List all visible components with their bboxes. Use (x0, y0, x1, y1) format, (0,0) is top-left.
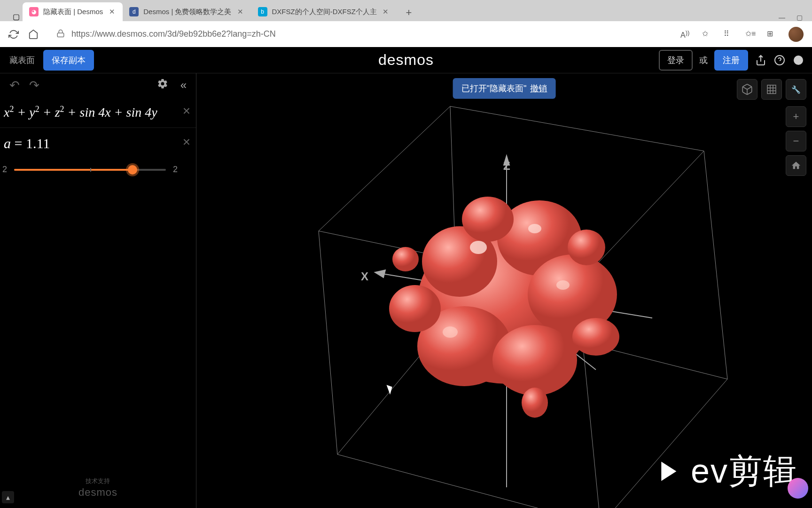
grid-view-icon[interactable] (761, 79, 782, 100)
minimize-icon[interactable]: — (779, 14, 785, 21)
svg-rect-3 (767, 85, 776, 94)
wrench-icon[interactable]: 🔧 (786, 79, 806, 100)
tab-3[interactable]: b DXFSZ的个人空间-DXFSZ个人主 ✕ (251, 2, 397, 21)
svg-point-29 (470, 241, 487, 254)
toast-message: 已打开"隐藏表面" (461, 83, 527, 94)
svg-marker-15 (375, 270, 385, 278)
close-icon[interactable]: ✕ (236, 8, 245, 16)
desmos-header: 藏表面 保存副本 desmos 登录 或 注册 (0, 47, 812, 73)
cursor-sprite-icon (388, 384, 402, 398)
ai-badge-icon[interactable] (788, 478, 808, 499)
svg-line-10 (704, 151, 727, 379)
slider-max[interactable]: 2 (172, 165, 179, 175)
close-icon[interactable]: ✕ (382, 8, 390, 16)
profile-avatar[interactable] (789, 27, 804, 42)
new-tab-button[interactable]: + (400, 4, 417, 21)
redo-icon[interactable]: ↷ (29, 78, 39, 93)
tab-title: 隐藏表面 | Desmos (43, 8, 103, 16)
svg-point-26 (568, 230, 605, 265)
toast-undo-link[interactable]: 撤销 (530, 83, 547, 94)
close-icon[interactable]: ✕ (108, 8, 116, 16)
favorites-bar-icon[interactable]: ✩≡ (745, 29, 756, 40)
svg-point-28 (572, 318, 619, 356)
view-controls: 🔧 (737, 79, 806, 100)
watermark: ev剪辑 (650, 449, 798, 494)
favicon-desmos-icon: ◕ (29, 7, 39, 16)
collections-icon[interactable]: ⊞ (767, 29, 777, 40)
window-controls: — ▢ (779, 14, 812, 21)
svg-point-31 (443, 326, 458, 338)
favicon-desmos-icon: d (129, 7, 139, 16)
toast-notification: 已打开"隐藏表面" 撤销 (453, 78, 556, 99)
slider-value-label[interactable]: a = 1.11 (4, 135, 187, 151)
svg-point-22 (492, 325, 577, 396)
login-button[interactable]: 登录 (659, 50, 693, 71)
favorite-icon[interactable]: ✩ (702, 29, 712, 40)
browser-chrome: ▢ ◕ 隐藏表面 | Desmos ✕ d Desmos | 免费领略数学之美 … (0, 0, 812, 47)
surface-blob (389, 197, 619, 418)
signup-button[interactable]: 注册 (714, 50, 748, 71)
zoom-in-button[interactable]: + (786, 106, 806, 127)
home-view-button[interactable] (786, 155, 806, 176)
delete-expression-icon[interactable]: × (183, 135, 190, 150)
svg-point-32 (556, 280, 570, 290)
addr-toolbar: A)) ✩ ⠿ ✩≡ ⊞ (680, 27, 804, 42)
sidebar-footer: 技术支持 desmos (78, 477, 117, 499)
gear-icon[interactable] (157, 78, 168, 92)
share-icon[interactable] (755, 54, 767, 66)
slider-handle[interactable] (128, 165, 137, 175)
z-axis-label: Z (503, 159, 510, 172)
maximize-icon[interactable]: ▢ (796, 14, 803, 21)
svg-rect-0 (57, 33, 64, 37)
svg-point-27 (462, 197, 514, 242)
lock-icon (56, 29, 65, 40)
main-layout: ↶ ↷ « x2 + y2 + z2 + sin 4x + sin 4y × a… (0, 73, 812, 508)
slider-track[interactable]: 2 2 (8, 165, 179, 175)
expand-icon[interactable]: ▴ (2, 491, 14, 503)
tab-title: DXFSZ的个人空间-DXFSZ个人主 (272, 8, 377, 16)
tab-title: Desmos | 免费领略数学之美 (143, 8, 231, 16)
refresh-icon[interactable] (8, 29, 19, 40)
tab-active[interactable]: ◕ 隐藏表面 | Desmos ✕ (23, 2, 123, 21)
expression-formula[interactable]: x2 + y2 + z2 + sin 4x + sin 4y (4, 104, 187, 120)
home-icon[interactable] (28, 29, 39, 40)
play-icon (650, 455, 683, 488)
url-field[interactable]: https://www.desmos.com/3d/9eb92bb6e2?lan… (48, 25, 671, 44)
graph-title-input[interactable]: 藏表面 (8, 52, 37, 69)
undo-icon[interactable]: ↶ (9, 78, 20, 93)
or-text: 或 (699, 55, 708, 66)
x-axis-label: X (361, 270, 368, 283)
svg-point-25 (522, 388, 548, 418)
svg-point-2 (794, 56, 803, 65)
tab-bar: ▢ ◕ 隐藏表面 | Desmos ✕ d Desmos | 免费领略数学之美 … (0, 0, 812, 21)
expression-sidebar: ↶ ↷ « x2 + y2 + z2 + sin 4x + sin 4y × a… (0, 73, 196, 508)
zoom-out-button[interactable]: − (786, 131, 806, 151)
url-text: https://www.desmos.com/3d/9eb92bb6e2?lan… (71, 29, 276, 39)
extensions-icon[interactable]: ⠿ (724, 29, 734, 40)
svg-line-8 (319, 231, 337, 454)
tab-2[interactable]: d Desmos | 免费领略数学之美 ✕ (123, 2, 251, 21)
cube-view-icon[interactable] (737, 79, 757, 100)
favicon-bilibili-icon: b (258, 7, 267, 16)
collapse-sidebar-icon[interactable]: « (180, 79, 187, 92)
zoom-controls: + − (786, 106, 806, 176)
svg-point-23 (389, 285, 441, 332)
svg-point-24 (392, 247, 419, 271)
slider-min[interactable]: 2 (1, 165, 8, 175)
tabs-menu-icon[interactable]: ▢ (11, 12, 21, 21)
address-bar: https://www.desmos.com/3d/9eb92bb6e2?lan… (0, 21, 812, 47)
save-copy-button[interactable]: 保存副本 (43, 50, 94, 71)
3d-scene[interactable]: Z X (196, 73, 812, 508)
watermark-text: ev剪辑 (691, 449, 798, 494)
expression-row-1[interactable]: x2 + y2 + z2 + sin 4x + sin 4y × (0, 97, 196, 128)
desmos-logo: desmos (378, 51, 434, 69)
read-aloud-icon[interactable]: A)) (680, 29, 691, 40)
expression-row-2[interactable]: a = 1.11 × 2 2 (0, 128, 196, 191)
help-icon[interactable] (773, 54, 786, 66)
delete-expression-icon[interactable]: × (183, 103, 190, 119)
svg-point-30 (528, 224, 541, 233)
slider-bar[interactable] (14, 169, 166, 171)
graph-canvas[interactable]: 已打开"隐藏表面" 撤销 🔧 + − (196, 73, 812, 508)
settings-icon[interactable] (792, 54, 804, 66)
sidebar-toolbar: ↶ ↷ « (0, 73, 196, 97)
